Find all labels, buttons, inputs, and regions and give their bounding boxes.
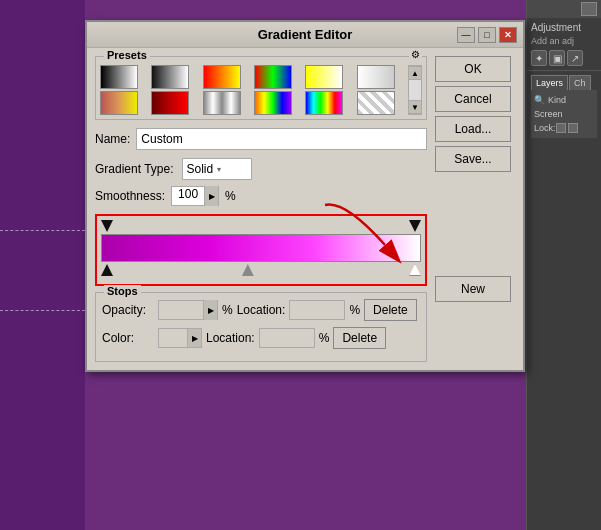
- color-swatch[interactable]: ▶: [158, 328, 202, 348]
- color-stop-mid[interactable]: [242, 264, 254, 276]
- adjustments-section: Adjustment Add an adj ✦ ▣ ↗: [527, 18, 601, 71]
- select-arrow: ▾: [217, 165, 221, 174]
- opacity-stops-row: Opacity: ▶ % Location: % Delete: [102, 299, 420, 321]
- smoothness-row: Smoothness: 100 ▶ %: [95, 186, 427, 206]
- adjustment-icons-row: ✦ ▣ ↗: [531, 50, 597, 66]
- color-location-pct: %: [319, 331, 330, 345]
- preset-swatch[interactable]: [151, 91, 189, 115]
- stops-legend: Stops: [104, 285, 141, 297]
- layers-content: 🔍 Kind Screen Lock:: [531, 90, 597, 138]
- panel-icon: [581, 2, 597, 16]
- preset-swatch[interactable]: [357, 91, 395, 115]
- background-left: [0, 0, 85, 530]
- opacity-pct: %: [222, 303, 233, 317]
- settings-icon[interactable]: ⚙: [409, 49, 422, 60]
- presets-grid-wrap: [100, 65, 406, 115]
- opacity-label: Opacity:: [102, 303, 154, 317]
- right-panel-top: [527, 0, 601, 18]
- opacity-location-label: Location:: [237, 303, 286, 317]
- scroll-up[interactable]: ▲: [408, 66, 422, 80]
- opacity-stepper-wrap: ▶: [158, 300, 218, 320]
- preset-swatch[interactable]: [100, 91, 138, 115]
- adjustment-label: Adjustment: [531, 22, 597, 33]
- color-stops-row: Color: ▶ Location: % Delete: [102, 327, 420, 349]
- save-button[interactable]: Save...: [435, 146, 511, 172]
- curves-icon[interactable]: ↗: [567, 50, 583, 66]
- smoothness-percent: %: [225, 189, 236, 203]
- layers-icon-sm[interactable]: ▣: [549, 50, 565, 66]
- layers-section: Layers Ch 🔍 Kind Screen Lock:: [527, 71, 601, 142]
- opacity-stepper[interactable]: ▶: [203, 300, 217, 320]
- color-location-wrap: [259, 328, 315, 348]
- preset-swatch[interactable]: [100, 65, 138, 89]
- gradient-type-select[interactable]: Solid ▾: [182, 158, 252, 180]
- dashed-line-1: [0, 230, 85, 231]
- smoothness-label: Smoothness:: [95, 189, 165, 203]
- channels-tab[interactable]: Ch: [569, 75, 591, 90]
- scroll-down[interactable]: ▼: [408, 100, 422, 114]
- presets-grid: [100, 65, 406, 115]
- titlebar-buttons: — □ ✕: [457, 27, 517, 43]
- stops-group: Stops Opacity: ▶ % Location: % Delete: [95, 292, 427, 362]
- lock-icons: [556, 123, 578, 133]
- presets-legend: Presets: [104, 49, 150, 61]
- lock-icon-2: [568, 123, 578, 133]
- presets-inner: ▲ ▼: [100, 65, 422, 115]
- dialog-right: OK Cancel Load... Save... New: [435, 56, 515, 362]
- gradient-bottom-stops: [101, 264, 421, 280]
- dashed-line-2: [0, 310, 85, 311]
- load-button[interactable]: Load...: [435, 116, 511, 142]
- gradient-type-label: Gradient Type:: [95, 162, 174, 176]
- name-label: Name:: [95, 132, 130, 146]
- opacity-delete-button[interactable]: Delete: [364, 299, 417, 321]
- preset-swatch[interactable]: [151, 65, 189, 89]
- lock-row: Lock:: [534, 121, 594, 135]
- name-input[interactable]: [136, 128, 427, 150]
- preset-swatch[interactable]: [357, 65, 395, 89]
- ok-button[interactable]: OK: [435, 56, 511, 82]
- opacity-stop-right[interactable]: [409, 220, 421, 232]
- presets-scrollbar: ▲ ▼: [408, 65, 422, 115]
- right-panel: Adjustment Add an adj ✦ ▣ ↗ Layers Ch 🔍 …: [526, 0, 601, 530]
- name-row: Name:: [95, 128, 427, 150]
- close-button[interactable]: ✕: [499, 27, 517, 43]
- preset-swatch[interactable]: [305, 65, 343, 89]
- opacity-stop-left[interactable]: [101, 220, 113, 232]
- gradient-bar[interactable]: [101, 234, 421, 262]
- smoothness-value: 100: [172, 187, 204, 205]
- lock-label: Lock:: [534, 123, 556, 133]
- layers-tab[interactable]: Layers: [531, 75, 568, 90]
- gradient-type-value: Solid: [187, 162, 214, 176]
- gradient-area[interactable]: [95, 214, 427, 286]
- preset-swatch[interactable]: [254, 65, 292, 89]
- screen-label: Screen: [534, 109, 563, 119]
- color-location-label: Location:: [206, 331, 255, 345]
- preset-swatch[interactable]: [254, 91, 292, 115]
- preset-swatch[interactable]: [203, 91, 241, 115]
- color-swatch-arrow[interactable]: ▶: [187, 329, 201, 347]
- dialog-title: Gradient Editor: [153, 27, 457, 42]
- minimize-button[interactable]: —: [457, 27, 475, 43]
- new-button[interactable]: New: [435, 276, 511, 302]
- presets-group: Presets ⚙: [95, 56, 427, 120]
- smoothness-input-wrap: 100 ▶: [171, 186, 219, 206]
- preset-swatch[interactable]: [203, 65, 241, 89]
- cancel-button[interactable]: Cancel: [435, 86, 511, 112]
- kind-row: 🔍 Kind: [534, 93, 594, 107]
- gradient-type-row: Gradient Type: Solid ▾: [95, 158, 427, 180]
- maximize-button[interactable]: □: [478, 27, 496, 43]
- dialog-left: Presets ⚙: [95, 56, 427, 362]
- color-label: Color:: [102, 331, 154, 345]
- color-delete-button[interactable]: Delete: [333, 327, 386, 349]
- kind-label: Kind: [548, 95, 566, 105]
- scroll-track: [409, 80, 421, 100]
- gradient-editor-dialog: Gradient Editor — □ ✕ Presets ⚙: [85, 20, 525, 372]
- dialog-body: Presets ⚙: [87, 48, 523, 370]
- search-icon-small: 🔍: [534, 95, 545, 105]
- lock-icon-1: [556, 123, 566, 133]
- color-stop-left[interactable]: [101, 264, 113, 276]
- smoothness-stepper[interactable]: ▶: [204, 186, 218, 206]
- color-stop-right[interactable]: [409, 264, 421, 276]
- brightness-icon[interactable]: ✦: [531, 50, 547, 66]
- preset-swatch[interactable]: [305, 91, 343, 115]
